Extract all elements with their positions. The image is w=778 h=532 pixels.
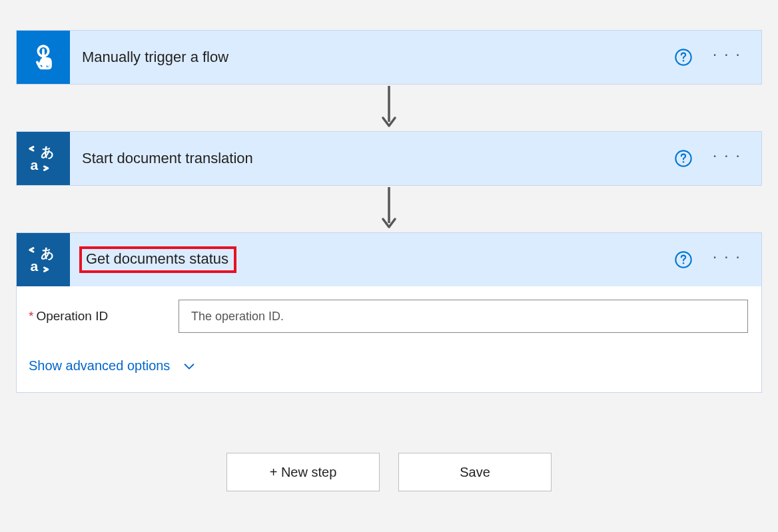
tap-icon	[17, 31, 70, 84]
advanced-label: Show advanced options	[29, 358, 170, 374]
more-icon[interactable]: · · ·	[713, 46, 741, 69]
svg-text:a: a	[31, 258, 39, 274]
svg-point-2	[682, 60, 684, 62]
operation-id-label: * Operation ID	[29, 309, 179, 324]
svg-point-12	[682, 262, 684, 264]
operation-id-input[interactable]	[179, 300, 748, 333]
more-icon[interactable]: · · ·	[713, 147, 741, 170]
save-button[interactable]: Save	[398, 453, 552, 491]
step-get-documents-status[interactable]: あ a Get documents status · · · * Operati…	[16, 232, 762, 393]
step-start-translation[interactable]: あ a Start document translation · · ·	[16, 131, 762, 186]
step-actions: · · ·	[674, 46, 761, 69]
flow-canvas: Manually trigger a flow · · · あ a	[16, 30, 762, 491]
highlighted-title-box: Get documents status	[79, 246, 236, 273]
form-row-operation-id: * Operation ID	[29, 300, 748, 333]
step-title: Manually trigger a flow	[82, 49, 674, 66]
step-actions: · · ·	[674, 147, 761, 170]
svg-text:a: a	[31, 157, 39, 172]
footer-buttons: + New step Save	[226, 453, 552, 491]
chevron-down-icon	[182, 359, 196, 374]
translate-icon: あ a	[17, 132, 70, 185]
svg-point-7	[682, 161, 684, 163]
help-icon[interactable]	[674, 250, 693, 269]
svg-text:あ: あ	[41, 246, 54, 260]
step-manual-trigger[interactable]: Manually trigger a flow · · ·	[16, 30, 762, 85]
step-header[interactable]: Manually trigger a flow · · ·	[17, 31, 761, 84]
step-body: * Operation ID Show advanced options	[17, 286, 761, 392]
step-title: Get documents status	[86, 250, 228, 267]
help-icon[interactable]	[674, 149, 693, 168]
translate-icon: あ a	[17, 233, 70, 286]
more-icon[interactable]: · · ·	[713, 248, 741, 271]
show-advanced-options[interactable]: Show advanced options	[29, 358, 748, 374]
step-header[interactable]: あ a Start document translation · · ·	[17, 132, 761, 185]
svg-text:あ: あ	[41, 144, 54, 159]
connector-arrow	[379, 186, 399, 232]
step-actions: · · ·	[674, 248, 761, 271]
step-title: Start document translation	[82, 150, 674, 167]
label-text: Operation ID	[36, 309, 108, 324]
connector-arrow	[379, 85, 399, 131]
new-step-button[interactable]: + New step	[226, 453, 380, 491]
required-marker: *	[29, 309, 33, 324]
step-header[interactable]: あ a Get documents status · · ·	[17, 233, 761, 286]
help-icon[interactable]	[674, 48, 693, 67]
